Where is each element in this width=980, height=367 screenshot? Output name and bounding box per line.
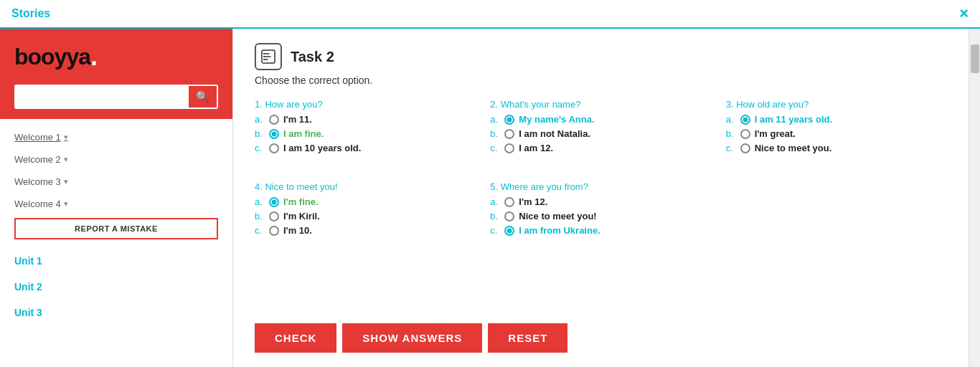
buttons-row: CHECK SHOW ANSWERS RESET <box>255 323 947 353</box>
question-4-option-b[interactable]: b. I'm Kiril. <box>255 211 476 221</box>
nav-items: Welcome 1 ▾ Welcome 2 ▾ Welcome 3 ▾ Welc… <box>0 119 232 333</box>
logo-text: booyya <box>14 44 90 70</box>
question-2: 2. What's your name? a. My name's Anna. … <box>490 99 711 157</box>
question-2-option-b[interactable]: b. I am not Natalia. <box>490 128 711 139</box>
sidebar-item-unit1[interactable]: Unit 1 <box>0 248 232 274</box>
svg-point-2 <box>263 53 265 54</box>
svg-point-4 <box>263 56 265 57</box>
top-bar-title: Stories <box>11 7 50 20</box>
chevron-down-icon: ▾ <box>64 177 68 186</box>
radio-icon[interactable] <box>504 197 514 207</box>
radio-icon[interactable] <box>504 211 514 221</box>
logo-dot: . <box>90 42 98 72</box>
question-4: 4. Nice to meet you! a. I'm fine. b. I'm… <box>255 181 476 239</box>
radio-correct-icon[interactable] <box>269 197 279 207</box>
sidebar-logo: booyya . <box>0 29 232 85</box>
task-title: Task 2 <box>291 49 334 65</box>
svg-point-6 <box>263 59 265 60</box>
question-5-label: 5. Where are you from? <box>490 181 711 192</box>
scroll-thumb[interactable] <box>971 44 979 73</box>
question-2-option-c[interactable]: c. I am 12. <box>490 143 711 153</box>
question-3-option-a[interactable]: a. I am 11 years old. <box>726 114 947 125</box>
question-5-option-b[interactable]: b. Nice to meet you! <box>490 211 711 221</box>
sidebar-item-label: Welcome 4 <box>14 199 61 209</box>
sidebar-item-unit2[interactable]: Unit 2 <box>0 274 232 300</box>
reset-button[interactable]: RESET <box>488 323 567 353</box>
questions-grid-top: 1. How are you? a. I'm 11. b. I am fine.… <box>255 99 947 167</box>
empty-col <box>726 181 947 249</box>
chevron-down-icon: ▾ <box>64 199 68 209</box>
question-1-option-c[interactable]: c. I am 10 years old. <box>255 143 476 153</box>
search-input[interactable] <box>16 87 189 107</box>
radio-correct-icon[interactable] <box>504 226 514 236</box>
report-mistake-button[interactable]: REPORT A MISTAKE <box>14 218 218 239</box>
sidebar-item-unit3[interactable]: Unit 3 <box>0 300 232 325</box>
question-3-label: 3. How old are you? <box>726 99 947 110</box>
sidebar-item-welcome2[interactable]: Welcome 2 ▾ <box>0 148 232 171</box>
radio-correct-icon[interactable] <box>740 115 750 125</box>
sidebar: booyya . 🔍 Welcome 1 ▾ Welcome 2 ▾ Welco… <box>0 29 233 367</box>
search-button[interactable]: 🔍 <box>189 86 217 108</box>
radio-icon[interactable] <box>740 143 750 153</box>
question-1-label: 1. How are you? <box>255 99 476 110</box>
question-3: 3. How old are you? a. I am 11 years old… <box>726 99 947 157</box>
question-1-option-b[interactable]: b. I am fine. <box>255 128 476 139</box>
question-4-option-a[interactable]: a. I'm fine. <box>255 196 476 207</box>
question-4-option-c[interactable]: c. I'm 10. <box>255 225 476 236</box>
task-icon <box>255 43 282 70</box>
radio-icon[interactable] <box>269 143 279 153</box>
search-box: 🔍 <box>14 85 218 109</box>
task-header: Task 2 <box>255 43 947 70</box>
radio-correct-icon[interactable] <box>504 115 514 125</box>
check-button[interactable]: CHECK <box>255 323 336 353</box>
radio-icon[interactable] <box>504 143 514 153</box>
top-bar: Stories × <box>0 0 980 29</box>
task-instruction: Choose the correct option. <box>255 75 947 86</box>
main-layout: booyya . 🔍 Welcome 1 ▾ Welcome 2 ▾ Welco… <box>0 29 980 367</box>
chevron-down-icon: ▾ <box>64 133 68 142</box>
sidebar-search: 🔍 <box>0 85 232 119</box>
close-button[interactable]: × <box>959 4 969 23</box>
radio-icon[interactable] <box>504 129 514 139</box>
radio-icon[interactable] <box>269 115 279 125</box>
sidebar-item-welcome4[interactable]: Welcome 4 ▾ <box>0 193 232 215</box>
chevron-down-icon: ▾ <box>64 155 68 164</box>
question-3-option-b[interactable]: b. I'm great. <box>726 128 947 139</box>
question-5-option-c[interactable]: c. I am from Ukraine. <box>490 225 711 236</box>
radio-icon[interactable] <box>269 211 279 221</box>
sidebar-item-welcome3[interactable]: Welcome 3 ▾ <box>0 171 232 193</box>
radio-icon[interactable] <box>269 226 279 236</box>
question-1-option-a[interactable]: a. I'm 11. <box>255 114 476 125</box>
questions-grid-bottom: 4. Nice to meet you! a. I'm fine. b. I'm… <box>255 181 947 249</box>
question-5: 5. Where are you from? a. I'm 12. b. Nic… <box>490 181 711 239</box>
question-2-option-a[interactable]: a. My name's Anna. <box>490 114 711 125</box>
sidebar-item-label: Welcome 2 <box>14 154 61 165</box>
radio-icon[interactable] <box>740 129 750 139</box>
sidebar-item-label: Welcome 3 <box>14 176 61 187</box>
scrollbar[interactable] <box>969 29 980 367</box>
sidebar-item-welcome1[interactable]: Welcome 1 ▾ <box>0 126 232 148</box>
question-3-option-c[interactable]: c. Nice to meet you. <box>726 143 947 153</box>
show-answers-button[interactable]: SHOW ANSWERS <box>342 323 482 353</box>
radio-correct-icon[interactable] <box>269 129 279 139</box>
question-4-label: 4. Nice to meet you! <box>255 181 476 192</box>
sidebar-item-label: Welcome 1 <box>14 132 61 143</box>
content-area: Task 2 Choose the correct option. 1. How… <box>233 29 969 367</box>
question-5-option-a[interactable]: a. I'm 12. <box>490 196 711 207</box>
question-1: 1. How are you? a. I'm 11. b. I am fine.… <box>255 99 476 157</box>
question-2-label: 2. What's your name? <box>490 99 711 110</box>
